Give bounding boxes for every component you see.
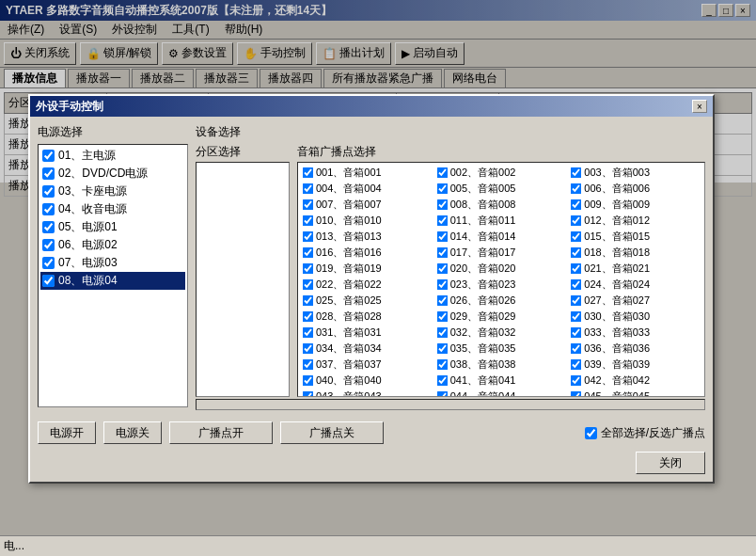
speaker-item[interactable]: 033、音箱033: [568, 325, 702, 341]
speaker-item[interactable]: 013、音箱013: [300, 229, 434, 245]
speaker-item[interactable]: 018、音箱018: [568, 245, 702, 261]
power-checkbox[interactable]: [42, 150, 55, 162]
speaker-item[interactable]: 042、音箱042: [568, 373, 702, 389]
speaker-checkbox[interactable]: [303, 167, 314, 179]
power-item[interactable]: 06、电源02: [40, 236, 185, 254]
speaker-item[interactable]: 017、音箱017: [434, 245, 569, 261]
power-checkbox[interactable]: [42, 239, 55, 251]
speaker-item[interactable]: 027、音箱027: [568, 293, 702, 309]
speaker-item[interactable]: 022、音箱022: [300, 277, 434, 293]
speaker-item[interactable]: 015、音箱015: [568, 229, 702, 245]
speaker-checkbox[interactable]: [571, 311, 582, 323]
speaker-checkbox[interactable]: [303, 375, 314, 387]
speaker-checkbox[interactable]: [571, 343, 582, 355]
speaker-item[interactable]: 011、音箱011: [434, 213, 569, 229]
power-item[interactable]: 08、电源04: [40, 272, 185, 290]
speaker-item[interactable]: 029、音箱029: [434, 309, 569, 325]
speaker-checkbox[interactable]: [436, 391, 448, 397]
power-checkbox[interactable]: [42, 257, 55, 269]
power-checkbox[interactable]: [42, 203, 55, 215]
speaker-checkbox[interactable]: [303, 311, 314, 323]
speaker-item[interactable]: 005、音箱005: [434, 181, 569, 197]
speaker-checkbox[interactable]: [571, 231, 582, 243]
power-off-button[interactable]: 电源关: [103, 421, 162, 444]
select-all-checkbox[interactable]: [585, 427, 597, 439]
speaker-checkbox[interactable]: [303, 279, 314, 291]
power-checkbox[interactable]: [42, 275, 55, 287]
speaker-item[interactable]: 030、音箱030: [568, 309, 702, 325]
power-item[interactable]: 01、主电源: [40, 147, 185, 165]
power-item[interactable]: 02、DVD/CD电源: [40, 165, 185, 183]
speaker-item[interactable]: 032、音箱032: [434, 325, 569, 341]
speaker-checkbox[interactable]: [436, 183, 448, 195]
speaker-checkbox[interactable]: [571, 391, 582, 397]
broadcast-off-button[interactable]: 广播点关: [280, 421, 384, 444]
speaker-item[interactable]: 036、音箱036: [568, 341, 702, 357]
speaker-item[interactable]: 038、音箱038: [434, 357, 569, 373]
speaker-item[interactable]: 012、音箱012: [568, 213, 702, 229]
speaker-checkbox[interactable]: [571, 167, 582, 179]
speaker-item[interactable]: 009、音箱009: [568, 197, 702, 213]
speaker-checkbox[interactable]: [571, 247, 582, 259]
power-checkbox[interactable]: [42, 167, 55, 180]
speaker-checkbox[interactable]: [303, 199, 314, 211]
speaker-checkbox[interactable]: [571, 359, 582, 371]
speaker-item[interactable]: 023、音箱023: [434, 277, 569, 293]
speaker-item[interactable]: 034、音箱034: [300, 341, 434, 357]
speaker-checkbox[interactable]: [436, 215, 448, 227]
speaker-item[interactable]: 041、音箱041: [434, 373, 569, 389]
speaker-checkbox[interactable]: [303, 391, 314, 397]
speaker-checkbox[interactable]: [436, 279, 448, 291]
speaker-item[interactable]: 019、音箱019: [300, 261, 434, 277]
speaker-checkbox[interactable]: [436, 199, 448, 211]
speaker-item[interactable]: 001、音箱001: [300, 165, 434, 181]
speaker-item[interactable]: 021、音箱021: [568, 261, 702, 277]
speaker-checkbox[interactable]: [303, 263, 314, 275]
speaker-checkbox[interactable]: [436, 231, 448, 243]
speaker-checkbox[interactable]: [303, 231, 314, 243]
power-item[interactable]: 05、电源01: [40, 218, 185, 236]
power-checkbox[interactable]: [42, 185, 55, 198]
speaker-item[interactable]: 031、音箱031: [300, 325, 434, 341]
speaker-checkbox[interactable]: [436, 263, 448, 275]
speaker-checkbox[interactable]: [303, 343, 314, 355]
speaker-item[interactable]: 043、音箱043: [300, 389, 434, 397]
speaker-checkbox[interactable]: [571, 279, 582, 291]
speaker-item[interactable]: 003、音箱003: [568, 165, 702, 181]
power-item[interactable]: 03、卡座电源: [40, 183, 185, 200]
speaker-item[interactable]: 040、音箱040: [300, 373, 434, 389]
power-item[interactable]: 04、收音电源: [40, 200, 185, 218]
speaker-item[interactable]: 028、音箱028: [300, 309, 434, 325]
speaker-item[interactable]: 010、音箱010: [300, 213, 434, 229]
speaker-checkbox[interactable]: [303, 327, 314, 339]
speaker-checkbox[interactable]: [571, 199, 582, 211]
speaker-checkbox[interactable]: [571, 183, 582, 195]
speaker-item[interactable]: 008、音箱008: [434, 197, 569, 213]
speaker-item[interactable]: 024、音箱024: [568, 277, 702, 293]
speaker-checkbox[interactable]: [436, 247, 448, 259]
speaker-checkbox[interactable]: [571, 375, 582, 387]
scrollbar-area[interactable]: [196, 399, 705, 410]
speaker-checkbox[interactable]: [303, 215, 314, 227]
speaker-checkbox[interactable]: [303, 359, 314, 371]
speaker-item[interactable]: 044、音箱044: [434, 389, 569, 397]
speaker-item[interactable]: 014、音箱014: [434, 229, 569, 245]
power-on-button[interactable]: 电源开: [38, 421, 96, 444]
speaker-checkbox[interactable]: [303, 247, 314, 259]
speaker-checkbox[interactable]: [436, 295, 448, 307]
modal-close-bottom-button[interactable]: 关闭: [636, 452, 705, 474]
speaker-item[interactable]: 002、音箱002: [434, 165, 569, 181]
speaker-item[interactable]: 006、音箱006: [568, 181, 702, 197]
speaker-checkbox[interactable]: [571, 215, 582, 227]
speaker-checkbox[interactable]: [436, 167, 448, 179]
speaker-checkbox[interactable]: [436, 359, 448, 371]
speaker-item[interactable]: 039、音箱039: [568, 357, 702, 373]
speaker-item[interactable]: 025、音箱025: [300, 293, 434, 309]
modal-close-button[interactable]: ×: [692, 100, 707, 113]
speaker-checkbox[interactable]: [303, 295, 314, 307]
speaker-item[interactable]: 020、音箱020: [434, 261, 569, 277]
speaker-checkbox[interactable]: [303, 183, 314, 195]
broadcast-on-button[interactable]: 广播点开: [169, 421, 273, 444]
speaker-checkbox[interactable]: [571, 327, 582, 339]
speaker-checkbox[interactable]: [436, 311, 448, 323]
